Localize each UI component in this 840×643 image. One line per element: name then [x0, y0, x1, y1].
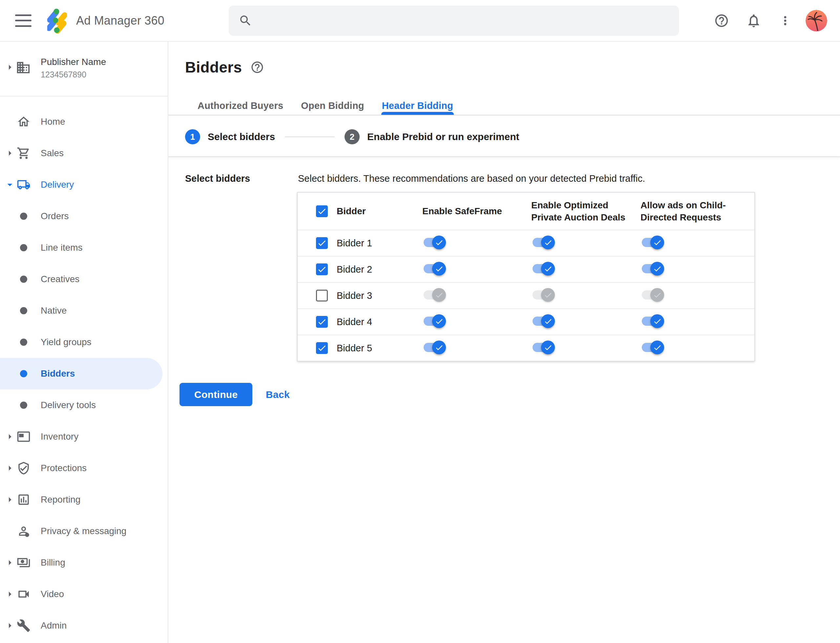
page-help-icon[interactable] — [250, 60, 264, 74]
chevron-right-icon — [4, 588, 16, 600]
tabs-divider — [168, 115, 840, 116]
safeframe-toggle[interactable] — [423, 343, 445, 352]
column-header-child-directed: Allow ads on Child-Directed Requests — [641, 199, 754, 224]
videocam-icon — [16, 587, 31, 601]
step-number-badge: 2 — [345, 129, 360, 144]
chevron-right-icon — [4, 61, 16, 73]
optimized-deals-toggle[interactable] — [533, 238, 554, 247]
safeframe-toggle[interactable] — [423, 238, 445, 247]
column-header-optimized-deals: Enable Optimized Private Auction Deals — [531, 199, 641, 224]
sidebar-item-home[interactable]: Home — [0, 106, 168, 137]
child-directed-toggle[interactable] — [642, 317, 664, 326]
sidebar-item-yield-groups[interactable]: Yield groups — [0, 326, 168, 358]
chevron-down-icon — [4, 179, 16, 191]
sidebar-item-line-items[interactable]: Line items — [0, 232, 168, 263]
search-bar[interactable] — [229, 6, 679, 36]
row-checkbox[interactable] — [316, 316, 328, 328]
bidder-name: Bidder 3 — [337, 290, 372, 301]
sidebar: Publisher Name 1234567890 Home Sales Del… — [0, 42, 168, 643]
cart-icon — [16, 146, 31, 160]
user-avatar[interactable] — [806, 10, 827, 31]
chevron-right-icon — [4, 431, 16, 442]
table-row: Bidder 2 — [297, 256, 754, 282]
publisher-id: 1234567890 — [41, 70, 106, 79]
optimized-deals-toggle[interactable] — [533, 343, 554, 352]
publisher-switcher[interactable]: Publisher Name 1234567890 — [0, 42, 168, 96]
sidebar-item-native[interactable]: Native — [0, 295, 168, 326]
more-options-icon[interactable] — [778, 14, 792, 29]
sidebar-item-sales[interactable]: Sales — [0, 137, 168, 169]
payments-icon — [16, 556, 31, 570]
back-button[interactable]: Back — [266, 383, 290, 406]
optimized-deals-toggle[interactable] — [533, 264, 554, 273]
tab-open-bidding[interactable]: Open Bidding — [292, 96, 373, 115]
sidebar-item-video[interactable]: Video — [0, 578, 168, 610]
column-header-bidder: Bidder — [337, 205, 366, 217]
safeframe-toggle[interactable] — [423, 290, 445, 300]
sidebar-item-orders[interactable]: Orders — [0, 201, 168, 232]
bullet-icon — [20, 307, 27, 314]
bullet-icon — [20, 370, 27, 377]
safeframe-toggle[interactable] — [423, 317, 445, 326]
child-directed-toggle[interactable] — [642, 238, 664, 247]
page-title: Bidders — [185, 59, 242, 76]
sidebar-item-protections[interactable]: Protections — [0, 452, 168, 484]
app-name: Ad Manager 360 — [76, 14, 164, 28]
bullet-icon — [20, 212, 27, 220]
child-directed-toggle[interactable] — [642, 290, 664, 300]
row-checkbox[interactable] — [316, 342, 328, 354]
bidder-name: Bidder 4 — [337, 317, 372, 327]
section-label: Select bidders — [185, 173, 250, 184]
table-row: Bidder 3 — [297, 282, 754, 308]
step-enable-prebid[interactable]: 2 Enable Prebid or run experiment — [345, 129, 519, 144]
shield-check-icon — [16, 461, 31, 475]
sidebar-item-delivery[interactable]: Delivery — [0, 169, 168, 201]
topbar: Ad Manager 360 — [0, 0, 840, 42]
sidebar-nav: Home Sales Delivery Orders Line items — [0, 106, 168, 641]
section-description: Select bidders. These recommendations ar… — [298, 173, 645, 184]
continue-button[interactable]: Continue — [180, 383, 252, 406]
brand: Ad Manager 360 — [47, 8, 164, 34]
ad-manager-logo-icon — [47, 8, 67, 34]
notifications-bell-icon[interactable] — [746, 13, 762, 29]
publisher-name: Publisher Name — [41, 57, 106, 67]
step-connector — [285, 137, 335, 137]
bullet-icon — [20, 401, 27, 409]
tab-header-bidding[interactable]: Header Bidding — [373, 96, 462, 115]
sidebar-item-creatives[interactable]: Creatives — [0, 263, 168, 295]
row-checkbox[interactable] — [316, 263, 328, 275]
sidebar-item-admin[interactable]: Admin — [0, 610, 168, 641]
optimized-deals-toggle[interactable] — [533, 290, 554, 300]
tab-authorized-buyers[interactable]: Authorized Buyers — [189, 96, 292, 115]
bidder-name: Bidder 2 — [337, 264, 372, 275]
table-row: Bidder 5 — [297, 335, 754, 361]
sidebar-item-billing[interactable]: Billing — [0, 547, 168, 578]
chevron-right-icon — [4, 620, 16, 632]
bidder-name: Bidder 5 — [337, 343, 372, 354]
sidebar-item-bidders[interactable]: Bidders — [0, 358, 162, 389]
chevron-right-icon — [4, 494, 16, 506]
sidebar-item-delivery-tools[interactable]: Delivery tools — [0, 389, 168, 421]
help-icon[interactable] — [714, 13, 729, 29]
bullet-icon — [20, 339, 27, 346]
child-directed-toggle[interactable] — [642, 264, 664, 273]
row-checkbox[interactable] — [316, 290, 328, 302]
bar-chart-icon — [16, 493, 31, 506]
sidebar-item-reporting[interactable]: Reporting — [0, 484, 168, 516]
search-input[interactable] — [261, 6, 679, 36]
stepper: 1 Select bidders 2 Enable Prebid or run … — [185, 129, 520, 144]
child-directed-toggle[interactable] — [642, 343, 664, 352]
home-icon — [16, 115, 31, 129]
row-checkbox[interactable] — [316, 237, 328, 249]
hamburger-menu-icon[interactable] — [15, 15, 31, 27]
ad-unit-icon — [16, 430, 31, 444]
bullet-icon — [20, 276, 27, 283]
main-content: Bidders Authorized Buyers Open Bidding H… — [168, 42, 840, 643]
step-select-bidders[interactable]: 1 Select bidders — [185, 129, 275, 144]
safeframe-toggle[interactable] — [423, 264, 445, 273]
sidebar-item-privacy-messaging[interactable]: Privacy & messaging — [0, 516, 168, 547]
select-all-checkbox[interactable] — [316, 206, 328, 217]
chevron-right-icon — [4, 147, 16, 159]
optimized-deals-toggle[interactable] — [533, 317, 554, 326]
sidebar-item-inventory[interactable]: Inventory — [0, 421, 168, 452]
